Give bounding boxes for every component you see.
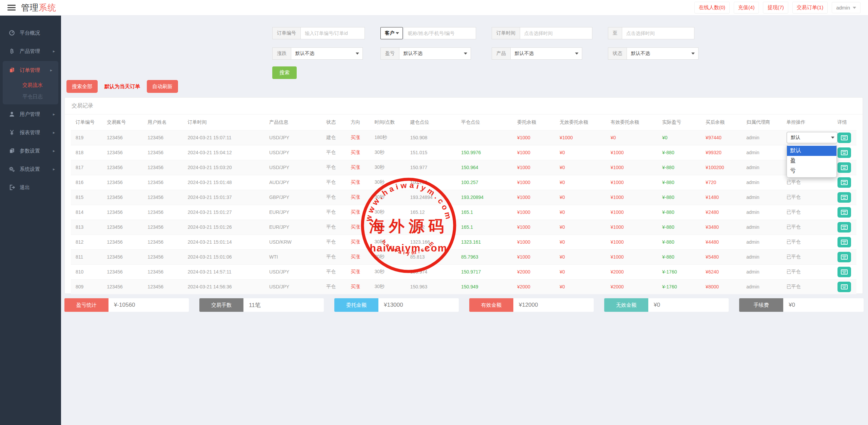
detail-button[interactable] [837,207,851,218]
cell-product: GBP/JPY [264,190,321,205]
column-header-17: 详情 [833,115,856,130]
column-header-9: 平仓点位 [456,115,512,130]
cell-account: 123456 [102,190,143,205]
summary-label[interactable]: 无效金额 [604,298,648,312]
sidebar-item-3[interactable]: 用户管理▸ [0,105,61,123]
topbar-link-1[interactable]: 充值(4) [734,2,759,14]
sidebar-item-2[interactable]: 订单管理▸ [3,61,58,79]
summary-value: ¥0 [783,298,864,312]
summary-label[interactable]: 委托金额 [334,298,378,312]
cell-username: 123456 [143,205,183,220]
user-menu[interactable]: admin [832,2,861,13]
cell-duration: 30秒 [370,235,405,249]
chevron-down-icon [396,32,399,34]
cell-username: 123456 [143,175,183,190]
topbar-link-2[interactable]: 提现(7) [763,2,788,14]
cell-duration: 180秒 [370,130,405,145]
detail-button[interactable] [837,267,851,277]
cell-username: 123456 [143,279,183,294]
today-orders-note: 默认为当天订单 [104,83,140,90]
cell-open_point: 165.12 [406,220,456,235]
sidebar-item-label: 退出 [20,184,30,191]
chevron-down-icon [575,53,578,55]
detail-card-icon [841,269,848,275]
cell-time: 2024-03-21 15:01:37 [183,190,264,205]
cell-control: 已平仓 [782,264,833,279]
detail-card-icon [841,225,848,230]
updown-select[interactable]: 默认不选 [291,47,363,60]
detail-card-icon [841,195,848,200]
cell-profit: ¥-1760 [657,264,701,279]
menu-toggle-icon[interactable] [7,5,16,11]
sidebar-item-5[interactable]: 参数设置▸ [0,142,61,160]
order-time-start-input[interactable] [520,27,592,39]
cell-balance_after: ¥3480 [701,220,742,235]
cell-balance_after: ¥4480 [701,235,742,249]
column-header-5: 状态 [321,115,346,130]
column-header-2: 用户姓名 [143,115,183,130]
detail-button[interactable] [837,177,851,188]
sidebar-item-0[interactable]: 平台概况 [0,24,61,42]
cell-open_point: 151.015 [406,145,456,160]
cell-username: 123456 [143,145,183,160]
cell-direction: 买涨 [346,249,370,264]
table-row: 8151234561234562024-03-21 15:01:37GBP/JP… [71,190,856,205]
sidebar-subitem-1[interactable]: 平仓日志 [3,91,58,102]
detail-button[interactable] [837,162,851,173]
sidebar-item-4[interactable]: 报表管理▸ [0,123,61,142]
detail-card-icon [841,180,848,185]
order-time-label: 订单时间 [492,27,520,39]
updown-label: 涨跌 [272,47,291,60]
column-header-1: 交易账号 [102,115,143,130]
detail-button[interactable] [837,237,851,247]
filter-bar: 订单编号 客户 订单时间 至 涨跌 默认不选 [272,27,698,60]
order-time-end-input[interactable] [622,27,694,39]
main-content: 订单编号 客户 订单时间 至 涨跌 默认不选 [61,16,868,425]
sidebar-subitem-0[interactable]: 交易流水 [3,79,58,91]
detail-button[interactable] [837,222,851,232]
cell-profit: ¥-880 [657,190,701,205]
topbar-link-3[interactable]: 交易订单(1) [792,2,828,14]
customer-type-select[interactable]: 客户 [380,27,403,39]
customer-search-input[interactable] [403,27,476,39]
sidebar-item-label: 平台概况 [20,30,40,36]
search-all-button[interactable]: 搜索全部 [66,80,98,93]
status-select[interactable]: 默认不选 [627,47,698,60]
detail-button[interactable] [837,192,851,203]
auto-refresh-button[interactable]: 自动刷新 [147,80,178,93]
product-select[interactable]: 默认不选 [510,47,582,60]
filter-updown: 涨跌 默认不选 [272,47,365,60]
summary-label[interactable]: 交易手数 [199,298,243,312]
cell-profit: ¥-880 [657,249,701,264]
control-select[interactable]: 默认 [787,132,837,143]
detail-button[interactable] [837,133,851,143]
detail-card-icon [841,255,848,260]
summary-label[interactable]: 手续费 [739,298,783,312]
table-row: 8181234561234562024-03-21 15:04:12USD/JP… [71,145,856,160]
summary-label[interactable]: 盈亏统计 [64,298,108,312]
table-row: 8121234561234562024-03-21 15:01:14USD/KR… [71,235,856,249]
topbar-links: 在线人数(0)充值(4)提现(7)交易订单(1)admin [694,2,861,14]
summary-label[interactable]: 有效金额 [469,298,513,312]
sidebar-item-7[interactable]: 退出 [0,178,61,197]
cell-username: 123456 [143,235,183,249]
cell-time: 2024-03-21 14:56:36 [183,279,264,294]
search-button[interactable]: 搜索 [272,66,297,79]
sidebar-item-1[interactable]: 产品管理▸ [0,42,61,60]
profit-select[interactable]: 默认不选 [399,47,471,60]
detail-button[interactable] [837,282,851,292]
username: admin [836,5,850,11]
detail-button[interactable] [837,252,851,262]
cell-entrust: ¥1000 [512,145,555,160]
control-option-1[interactable]: 盈 [787,156,836,166]
order-no-input[interactable] [300,27,365,39]
sidebar-item-6[interactable]: 系统设置▸ [0,160,61,178]
control-option-0[interactable]: 默认 [787,146,836,156]
topbar-link-0[interactable]: 在线人数(0) [694,2,730,14]
cell-order_no: 811 [71,249,102,264]
cell-valid_entrust: ¥1000 [606,175,657,190]
detail-button[interactable] [837,147,851,158]
control-option-2[interactable]: 亏 [787,166,836,176]
cell-duration: 30秒 [370,145,405,160]
action-row: 搜索全部 默认为当天订单 自动刷新 [66,80,178,93]
